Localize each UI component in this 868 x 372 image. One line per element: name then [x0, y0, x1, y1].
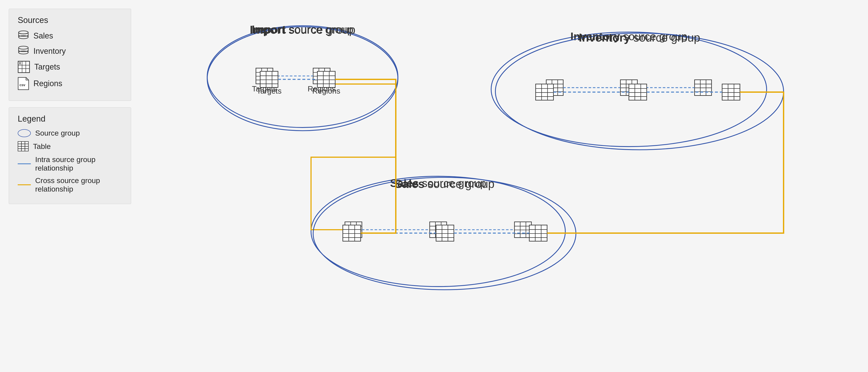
- svg-text:csv: csv: [20, 83, 25, 87]
- sources-title: Sources: [18, 16, 122, 25]
- svg-text:X: X: [19, 61, 21, 65]
- source-sales-label: Sales: [33, 31, 53, 40]
- table-inv3: [722, 84, 740, 100]
- legend-title: Legend: [18, 114, 122, 123]
- svg-text:Targets: Targets: [252, 84, 277, 93]
- source-item-regions: csv Regions: [18, 77, 122, 90]
- diagram-overlay-svg: Import source group Inventory source gro…: [144, 9, 859, 359]
- svg-point-83: [207, 27, 398, 131]
- svg-rect-136: [529, 225, 547, 241]
- svg-text:Import source group: Import source group: [250, 23, 355, 36]
- legend-source-group: Source group: [18, 129, 122, 137]
- table-regions: Regions: [312, 71, 340, 95]
- legend-table: Table: [18, 141, 122, 151]
- database-icon-sales: [18, 30, 29, 41]
- svg-rect-110: [629, 84, 647, 100]
- svg-text:Sales source group: Sales source group: [395, 178, 495, 190]
- svg-text:Regions: Regions: [308, 84, 336, 93]
- table-sales2: [436, 225, 454, 241]
- source-item-sales: Sales: [18, 30, 122, 41]
- svg-rect-43: [546, 80, 563, 95]
- svg-point-85: [313, 177, 576, 290]
- left-panel: Sources Sales Inventory: [9, 9, 131, 204]
- svg-point-22: [207, 26, 398, 127]
- table-targets: Targets: [256, 71, 281, 95]
- svg-rect-89: [260, 71, 278, 87]
- legend-cross-label: Cross source group relationship: [35, 176, 122, 193]
- svg-text:Import source group: Import source group: [252, 23, 353, 36]
- source-inventory-label: Inventory: [33, 47, 66, 56]
- svg-text:Inventory source group: Inventory source group: [579, 31, 700, 44]
- svg-rect-130: [436, 225, 454, 241]
- csv-icon-regions: csv: [18, 77, 29, 90]
- svg-rect-63: [345, 222, 362, 238]
- svg-rect-75: [515, 222, 531, 238]
- table-inv1: [536, 84, 553, 100]
- gold-line-1: [335, 79, 396, 233]
- source-regions-label: Regions: [33, 79, 62, 88]
- legend-blue-line-icon: [18, 163, 31, 164]
- source-item-inventory: Inventory: [18, 46, 122, 57]
- diagram-area: Import source group Inventory source gro…: [144, 9, 859, 359]
- legend-table-label: Table: [33, 142, 51, 151]
- svg-rect-49: [620, 80, 638, 95]
- table-inv2: [629, 84, 647, 100]
- diagram-svg: Import source group Inventory source gro…: [144, 9, 859, 359]
- legend-ellipse-icon: [18, 129, 31, 137]
- svg-text:Inventory source group: Inventory source group: [570, 30, 687, 42]
- legend-intra: Intra source group relationship: [18, 155, 122, 172]
- svg-point-26: [311, 176, 565, 286]
- svg-text:Sales source group: Sales source group: [390, 177, 486, 190]
- svg-text:Regions: Regions: [312, 87, 340, 95]
- sources-box: Sources Sales Inventory: [9, 9, 131, 101]
- svg-rect-124: [343, 225, 361, 241]
- source-targets-label: Targets: [34, 62, 60, 71]
- svg-point-5: [19, 46, 28, 49]
- svg-rect-96: [317, 71, 335, 87]
- excel-icon-targets: X: [18, 61, 30, 73]
- gold-line-2: [547, 92, 784, 233]
- svg-rect-116: [722, 84, 740, 100]
- source-item-targets: X Targets: [18, 61, 122, 73]
- svg-text:Targets: Targets: [256, 87, 281, 95]
- legend-source-group-label: Source group: [35, 129, 80, 137]
- legend-box: Legend Source group Table Intra source g…: [9, 107, 131, 204]
- legend-intra-label: Intra source group relationship: [35, 155, 122, 172]
- svg-rect-28: [256, 68, 273, 84]
- svg-point-84: [495, 33, 784, 150]
- database-icon-inventory: [18, 46, 29, 57]
- table-sales3: [529, 225, 547, 241]
- svg-rect-55: [694, 80, 712, 95]
- table-sales1: [343, 225, 361, 241]
- svg-rect-104: [536, 84, 553, 100]
- legend-gold-line-icon: [18, 184, 31, 185]
- svg-rect-69: [430, 222, 447, 238]
- svg-rect-35: [313, 68, 330, 84]
- legend-table-icon: [18, 141, 29, 151]
- legend-cross: Cross source group relationship: [18, 176, 122, 193]
- svg-point-24: [491, 32, 767, 147]
